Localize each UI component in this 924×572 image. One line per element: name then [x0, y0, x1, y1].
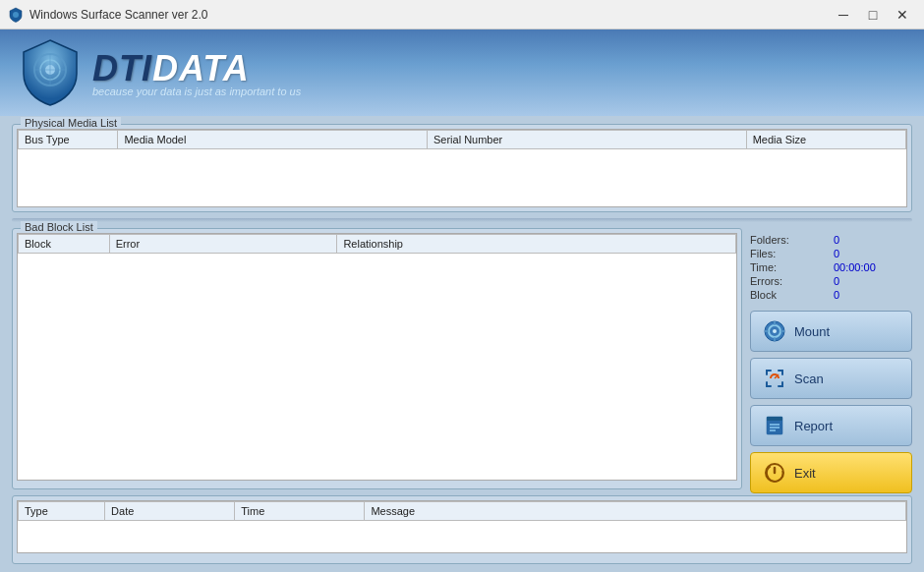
folders-label: Folders:: [750, 234, 826, 246]
physical-media-title: Physical Media List: [21, 117, 121, 129]
report-button[interactable]: Report: [750, 405, 912, 446]
report-icon: [761, 412, 788, 439]
bad-block-body: [19, 254, 736, 481]
report-label: Report: [794, 419, 833, 433]
title-bar: Windows Surface Scanner ver 2.0 ─ □ ✕: [0, 0, 924, 29]
scan-label: Scan: [794, 372, 824, 386]
scan-button[interactable]: Scan: [750, 358, 912, 399]
title-bar-left: Windows Surface Scanner ver 2.0: [8, 7, 207, 23]
col-relationship: Relationship: [337, 235, 736, 254]
bad-block-title: Bad Block List: [21, 221, 97, 233]
physical-media-header-row: Bus Type Media Model Serial Number Media…: [19, 131, 906, 149]
files-label: Files:: [750, 248, 826, 259]
middle-section: Bad Block List Block Error Relationship: [12, 228, 912, 489]
maximize-button[interactable]: □: [859, 4, 887, 26]
folders-value: 0: [834, 234, 912, 246]
physical-media-body: [19, 149, 906, 199]
table-row: [19, 521, 906, 554]
exit-icon: [761, 459, 788, 486]
time-label: Time:: [750, 261, 826, 273]
mount-icon: [761, 317, 788, 345]
col-error: Error: [109, 235, 337, 254]
stats-grid: Folders: 0 Files: 0 Time: 00:00:00 Error…: [750, 230, 912, 305]
main-content: Physical Media List Bus Type Media Model…: [0, 116, 924, 572]
col-media-model: Media Model: [118, 131, 428, 149]
divider: [12, 218, 912, 222]
svg-point-8: [773, 329, 777, 333]
col-media-size: Media Size: [746, 131, 905, 149]
col-time: Time: [235, 502, 365, 521]
bad-block-header-row: Block Error Relationship: [19, 235, 736, 254]
stats-panel: Folders: 0 Files: 0 Time: 00:00:00 Error…: [750, 228, 912, 489]
logo-dti: DTI: [92, 48, 152, 88]
logo-text: DTIDATA because your data is just as imp…: [92, 48, 301, 97]
app-icon: [8, 7, 24, 23]
block-label: Block: [750, 289, 826, 301]
mount-label: Mount: [794, 324, 830, 339]
log-header-row: Type Date Time Message: [19, 502, 906, 521]
header: DTIDATA because your data is just as imp…: [0, 29, 924, 116]
physical-media-section: Physical Media List Bus Type Media Model…: [12, 124, 912, 212]
log-table: Type Date Time Message: [18, 501, 906, 553]
log-section: Type Date Time Message: [12, 495, 912, 564]
col-bus-type: Bus Type: [19, 131, 118, 149]
time-value: 00:00:00: [834, 261, 912, 273]
minimize-button[interactable]: ─: [830, 4, 857, 26]
close-button[interactable]: ✕: [889, 4, 916, 26]
logo-data-text: DATA: [152, 48, 250, 88]
scan-icon: [761, 365, 788, 392]
errors-value: 0: [834, 275, 912, 287]
table-row: [19, 254, 736, 481]
action-buttons: Mount Scan: [750, 311, 912, 493]
title-text: Windows Surface Scanner ver 2.0: [29, 8, 207, 22]
block-value: 0: [834, 289, 912, 301]
logo-shield-icon: [16, 38, 85, 107]
errors-label: Errors:: [750, 275, 826, 287]
log-table-wrapper[interactable]: Type Date Time Message: [17, 500, 907, 553]
exit-label: Exit: [794, 466, 816, 481]
svg-point-0: [13, 12, 19, 18]
bad-block-table-wrapper[interactable]: Block Error Relationship: [17, 233, 737, 481]
bad-block-section: Bad Block List Block Error Relationship: [12, 228, 742, 489]
physical-media-table-wrapper[interactable]: Bus Type Media Model Serial Number Media…: [17, 129, 907, 207]
svg-rect-11: [767, 417, 782, 421]
physical-media-table: Bus Type Media Model Serial Number Media…: [18, 130, 906, 199]
files-value: 0: [834, 248, 912, 259]
bad-block-table: Block Error Relationship: [18, 234, 736, 480]
title-bar-controls: ─ □ ✕: [830, 4, 916, 26]
table-row: [19, 149, 906, 199]
logo-brand: DTIDATA: [92, 48, 301, 89]
col-type: Type: [19, 502, 105, 521]
col-serial-number: Serial Number: [427, 131, 746, 149]
col-message: Message: [365, 502, 906, 521]
col-date: Date: [105, 502, 235, 521]
col-block: Block: [19, 235, 110, 254]
logo-tagline: because your data is just as important t…: [92, 86, 301, 97]
exit-button[interactable]: Exit: [750, 452, 912, 493]
mount-button[interactable]: Mount: [750, 311, 912, 352]
log-body: [19, 521, 906, 554]
logo-container: DTIDATA because your data is just as imp…: [16, 38, 301, 107]
